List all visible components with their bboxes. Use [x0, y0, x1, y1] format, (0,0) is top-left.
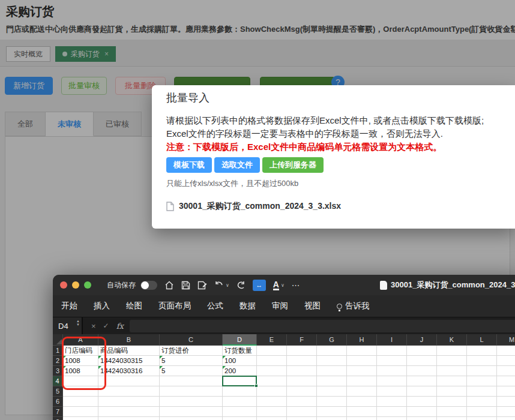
cell-A4[interactable]	[63, 376, 98, 386]
cell-J2[interactable]	[407, 356, 437, 366]
cell-G8[interactable]	[317, 417, 347, 420]
cell-B1[interactable]: 商品编码	[98, 346, 160, 356]
column-header-J[interactable]: J	[407, 334, 437, 346]
cell-C7[interactable]	[160, 407, 223, 417]
cell-L4[interactable]	[467, 376, 497, 386]
cell-G1[interactable]	[317, 346, 347, 356]
redo-icon[interactable]	[236, 281, 245, 290]
cell-A6[interactable]	[63, 397, 98, 407]
choose-file-button[interactable]: 选取文件	[214, 157, 260, 173]
cell-L7[interactable]	[467, 407, 497, 417]
cell-E1[interactable]	[257, 346, 287, 356]
cell-C8[interactable]	[160, 417, 223, 420]
cell-G7[interactable]	[317, 407, 347, 417]
cell-H2[interactable]	[347, 356, 377, 366]
row-header-4[interactable]: 4	[53, 376, 63, 386]
template-download-button[interactable]: 模板下载	[166, 157, 212, 173]
cell-K4[interactable]	[437, 376, 467, 386]
cell-H3[interactable]	[347, 366, 377, 376]
cell-K5[interactable]	[437, 386, 467, 397]
cell-C2[interactable]: 5	[160, 356, 223, 366]
cell-F5[interactable]	[287, 386, 317, 397]
ribbon-tab-insert[interactable]: 插入	[94, 301, 110, 311]
cell-D7[interactable]	[223, 407, 257, 417]
cell-I3[interactable]	[377, 366, 407, 376]
cell-G5[interactable]	[317, 386, 347, 397]
row-header-6[interactable]: 6	[53, 397, 63, 407]
cell-E8[interactable]	[257, 417, 287, 420]
row-header-5[interactable]: 5	[53, 386, 63, 397]
column-header-C[interactable]: C	[160, 334, 223, 346]
row-header-1[interactable]: 1	[53, 346, 63, 356]
cell-F7[interactable]	[287, 407, 317, 417]
ribbon-tab-formulas[interactable]: 公式	[207, 301, 223, 311]
cell-name-box[interactable]: D4 ▲▼	[53, 317, 83, 334]
uploaded-file-item[interactable]: 30001_采购订货_common_2024_3_3.xlsx	[166, 201, 501, 212]
cell-C4[interactable]	[160, 376, 223, 386]
cell-M2[interactable]	[497, 356, 515, 366]
ribbon-tab-data[interactable]: 数据	[239, 301, 256, 311]
cell-J8[interactable]	[407, 417, 437, 420]
cell-H4[interactable]	[347, 376, 377, 386]
column-header-H[interactable]: H	[347, 334, 377, 346]
column-header-D[interactable]: D	[223, 334, 257, 346]
cell-A5[interactable]	[63, 386, 98, 397]
cell-H6[interactable]	[347, 397, 377, 407]
ribbon-tab-page-layout[interactable]: 页面布局	[158, 301, 191, 311]
cell-D6[interactable]	[223, 397, 257, 407]
cell-B8[interactable]	[98, 417, 160, 420]
more-commands-icon[interactable]: ⋯	[292, 280, 301, 290]
cell-F2[interactable]	[287, 356, 317, 366]
cell-G2[interactable]	[317, 356, 347, 366]
cell-K7[interactable]	[437, 407, 467, 417]
fill-handle[interactable]	[254, 384, 258, 388]
cell-F4[interactable]	[287, 376, 317, 386]
cell-L3[interactable]	[467, 366, 497, 376]
cell-J1[interactable]	[407, 346, 437, 356]
select-all-corner[interactable]	[53, 334, 63, 346]
undo-icon[interactable]	[214, 281, 224, 290]
cell-C1[interactable]: 订货进价	[160, 346, 223, 356]
ribbon-tab-view[interactable]: 视图	[304, 301, 321, 311]
cell-K1[interactable]	[437, 346, 467, 356]
cell-I6[interactable]	[377, 397, 407, 407]
cell-C3[interactable]: 5	[160, 366, 223, 376]
font-color-icon[interactable]: A	[273, 280, 279, 290]
cell-D1[interactable]: 订货数量	[223, 346, 257, 356]
upload-to-server-button[interactable]: 上传到服务器	[262, 157, 324, 173]
cell-A1[interactable]: 门店编码	[63, 346, 98, 356]
ribbon-tab-review[interactable]: 审阅	[272, 301, 288, 311]
cell-H5[interactable]	[347, 386, 377, 397]
column-header-A[interactable]: A	[63, 334, 98, 346]
save-icon[interactable]	[181, 281, 190, 290]
cell-C5[interactable]	[160, 386, 223, 397]
column-header-M[interactable]: M	[497, 334, 515, 346]
active-cell-selection[interactable]	[222, 376, 257, 386]
minimize-window-button[interactable]	[72, 281, 79, 289]
cell-H7[interactable]	[347, 407, 377, 417]
cell-J7[interactable]	[407, 407, 437, 417]
cell-B7[interactable]	[98, 407, 160, 417]
formula-input[interactable]	[130, 320, 515, 332]
undo-dropdown-icon[interactable]: ∨	[226, 283, 229, 288]
ribbon-tab-draw[interactable]: 绘图	[126, 301, 142, 311]
cell-E5[interactable]	[257, 386, 287, 397]
cell-K8[interactable]	[437, 417, 467, 420]
tell-me-tab[interactable]: 告诉我	[337, 301, 370, 311]
cell-F3[interactable]	[287, 366, 317, 376]
cell-D5[interactable]	[223, 386, 257, 397]
cell-E6[interactable]	[257, 397, 287, 407]
cell-D3[interactable]: 200	[223, 366, 257, 376]
cell-M8[interactable]	[497, 417, 515, 420]
cell-K3[interactable]	[437, 366, 467, 376]
column-header-F[interactable]: F	[287, 334, 317, 346]
row-header-7[interactable]: 7	[53, 407, 63, 417]
cell-H8[interactable]	[347, 417, 377, 420]
cell-M3[interactable]	[497, 366, 515, 376]
cell-A2[interactable]: 1008	[63, 356, 98, 366]
column-header-I[interactable]: I	[377, 334, 407, 346]
cell-G6[interactable]	[317, 397, 347, 407]
cell-M4[interactable]	[497, 376, 515, 386]
cell-D2[interactable]: 100	[223, 356, 257, 366]
cell-A3[interactable]: 1008	[63, 366, 98, 376]
